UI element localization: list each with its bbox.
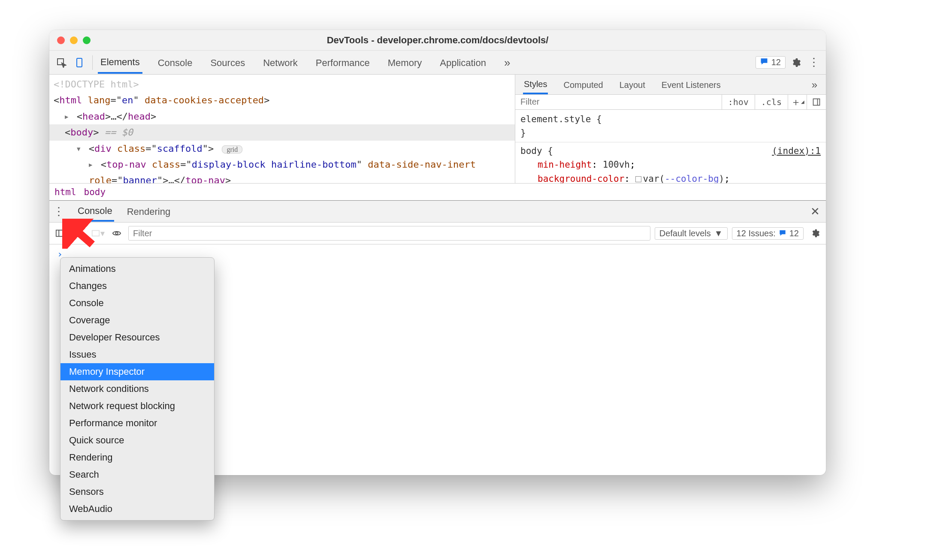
menu-item-changes[interactable]: Changes [60, 277, 214, 295]
drawer-tab-rendering[interactable]: Rendering [125, 202, 172, 221]
hov-toggle[interactable]: :hov [722, 95, 755, 109]
drawer-more-menu: Animations Changes Console Coverage Deve… [60, 257, 215, 521]
separator [92, 55, 93, 70]
menu-item-animations[interactable]: Animations [60, 260, 214, 277]
menu-item-issues[interactable]: Issues [60, 346, 214, 363]
device-toggle-icon[interactable] [72, 55, 87, 70]
css-rule[interactable]: min-height: 100vh; [520, 158, 821, 172]
side-tab-computed[interactable]: Computed [562, 76, 604, 93]
more-options-icon[interactable]: ⋮ [806, 55, 822, 70]
dom-body-selected[interactable]: <body> == $0 [49, 124, 515, 140]
message-icon [760, 57, 768, 67]
issues-counter[interactable]: 12 [756, 56, 786, 69]
svg-rect-1 [77, 58, 82, 67]
tab-performance[interactable]: Performance [313, 52, 372, 73]
dom-div-scaffold[interactable]: <div class="scaffold"> grid [54, 141, 511, 157]
menu-item-console[interactable]: Console [60, 295, 214, 312]
main-toolbar: Elements Console Sources Network Perform… [49, 51, 826, 75]
tab-console[interactable]: Console [155, 52, 195, 73]
breadcrumb: html body [49, 183, 826, 200]
more-tabs-icon[interactable]: » [502, 51, 513, 74]
color-swatch[interactable] [635, 176, 641, 182]
menu-item-memory-inspector[interactable]: Memory Inspector [60, 363, 214, 380]
svg-line-7 [69, 224, 92, 244]
tab-sources[interactable]: Sources [208, 52, 248, 73]
tab-memory[interactable]: Memory [385, 52, 424, 73]
menu-item-coverage[interactable]: Coverage [60, 312, 214, 329]
source-link[interactable]: (index):1 [772, 144, 821, 158]
menu-item-webaudio[interactable]: WebAudio [60, 500, 214, 518]
dom-doctype: <!DOCTYPE html> [54, 76, 511, 92]
drawer-issues[interactable]: 12 Issues: 12 [732, 227, 804, 240]
log-levels-select[interactable]: Default levels ▼ [655, 227, 728, 240]
drawer-tabs: ⋮ Console Rendering ✕ [49, 201, 826, 222]
side-tab-listeners[interactable]: Event Listeners [661, 76, 722, 93]
issues-count: 12 [771, 57, 781, 67]
side-more-icon[interactable]: » [811, 75, 818, 94]
element-style-selector: element.style { [520, 112, 821, 126]
titlebar: DevTools - developer.chrome.com/docs/dev… [49, 30, 826, 51]
svg-point-6 [115, 232, 118, 235]
menu-item-devres[interactable]: Developer Resources [60, 329, 214, 346]
dom-head[interactable]: <head>…</head> [54, 108, 511, 124]
live-expr-icon[interactable] [109, 226, 124, 241]
dom-topnav[interactable]: <top-nav class="display-block hairline-b… [54, 157, 511, 183]
styles-toolbar: :hov .cls ＋◢ [515, 95, 826, 110]
window-title: DevTools - developer.chrome.com/docs/dev… [49, 35, 826, 46]
menu-item-netblock[interactable]: Network request blocking [60, 397, 214, 415]
styles-filter-input[interactable] [515, 95, 722, 109]
grid-badge[interactable]: grid [222, 145, 242, 154]
message-icon [779, 229, 786, 238]
svg-rect-2 [813, 99, 820, 105]
menu-item-sensors[interactable]: Sensors [60, 483, 214, 500]
panel-tabs: Elements Console Sources Network Perform… [98, 51, 513, 74]
dom-tree[interactable]: <!DOCTYPE html> <html lang="en" data-coo… [49, 75, 515, 183]
menu-item-rendering[interactable]: Rendering [60, 449, 214, 466]
main-area: <!DOCTYPE html> <html lang="en" data-coo… [49, 75, 826, 183]
side-tabs: Styles Computed Layout Event Listeners » [515, 75, 826, 95]
console-settings-icon[interactable] [808, 226, 822, 241]
new-rule-icon[interactable]: ＋◢ [788, 95, 807, 109]
body-selector: body { [520, 146, 553, 156]
dom-html-open[interactable]: <html lang="en" data-cookies-accepted> [54, 92, 511, 108]
computed-toggle-icon[interactable] [807, 95, 826, 109]
side-tab-styles[interactable]: Styles [523, 75, 548, 94]
menu-item-quicksource[interactable]: Quick source [60, 432, 214, 449]
console-toolbar: ▾ Default levels ▼ 12 Issues: 12 [49, 222, 826, 244]
console-filter-input[interactable] [128, 226, 650, 241]
inspect-icon[interactable] [54, 55, 69, 70]
styles-rules[interactable]: element.style { } body { (index):1 min-h… [515, 110, 826, 183]
crumb-body[interactable]: body [84, 187, 106, 197]
cls-toggle[interactable]: .cls [755, 95, 788, 109]
side-tab-layout[interactable]: Layout [619, 76, 646, 93]
drawer-close-icon[interactable]: ✕ [810, 205, 820, 218]
crumb-html[interactable]: html [54, 187, 76, 197]
brace-close: } [520, 126, 821, 140]
settings-icon[interactable] [788, 55, 804, 70]
drawer-more-icon[interactable]: ⋮ [53, 205, 65, 218]
tab-application[interactable]: Application [437, 52, 489, 73]
annotation-arrow-icon [62, 219, 97, 249]
tab-network[interactable]: Network [260, 52, 300, 73]
tab-elements[interactable]: Elements [98, 51, 142, 74]
menu-item-perfmon[interactable]: Performance monitor [60, 415, 214, 432]
menu-item-netcond[interactable]: Network conditions [60, 380, 214, 397]
css-rule[interactable]: background-color: var(--color-bg); [520, 172, 821, 183]
menu-item-search[interactable]: Search [60, 466, 214, 483]
styles-pane: Styles Computed Layout Event Listeners »… [515, 75, 826, 183]
